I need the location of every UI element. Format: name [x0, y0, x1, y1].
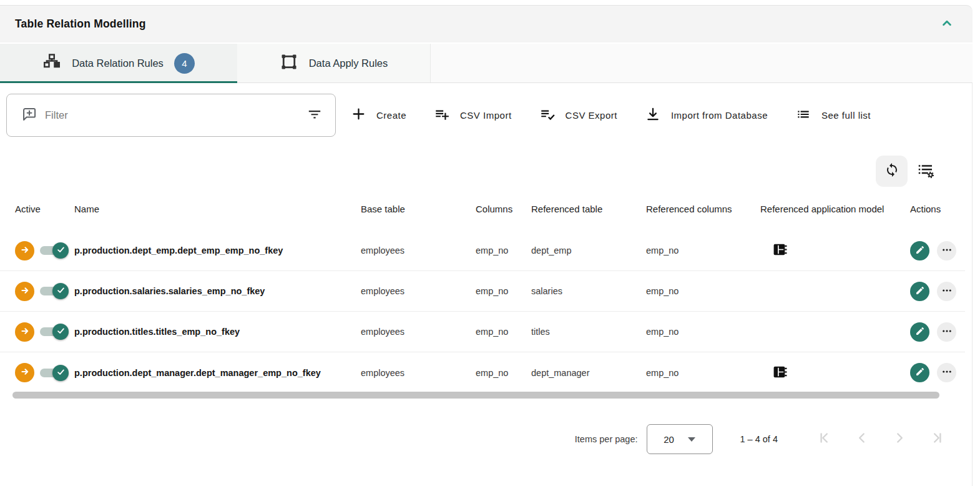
last-page-icon	[929, 430, 945, 449]
referenced-table-cell: dept_emp	[531, 245, 646, 255]
check-icon	[56, 367, 66, 379]
next-page-icon	[891, 430, 908, 449]
playlist-check-icon	[539, 106, 556, 125]
arrow-right-icon	[19, 325, 31, 339]
column-header-referenced-table: Referenced table	[531, 204, 646, 214]
more-actions-button[interactable]	[937, 241, 956, 260]
page-title: Table Relation Modelling	[15, 17, 146, 31]
relation-name: p.production.titles.titles_emp_no_fkey	[74, 327, 361, 337]
referenced-columns-cell: emp_no	[646, 286, 760, 296]
first-page-icon	[816, 430, 833, 449]
arrow-right-icon	[19, 365, 31, 380]
csv-import-button[interactable]: CSV Import	[434, 106, 512, 125]
pencil-icon	[915, 245, 925, 257]
configure-columns-button[interactable]	[914, 161, 937, 183]
tab-bar: Data Relation Rules 4 Data Apply Rules	[0, 44, 973, 83]
horizontal-scrollbar[interactable]	[12, 392, 939, 399]
see-full-list-label: See full list	[821, 110, 871, 121]
column-header-actions: Actions	[910, 204, 965, 214]
page-navigation	[816, 431, 945, 447]
filter-list-icon[interactable]	[306, 106, 323, 125]
create-button[interactable]: Create	[351, 106, 406, 124]
more-actions-button[interactable]	[937, 282, 956, 301]
tab-label: Data Apply Rules	[309, 57, 388, 69]
column-header-referenced-columns: Referenced columns	[646, 204, 760, 214]
next-page-button[interactable]	[891, 431, 908, 447]
active-toggle[interactable]	[40, 365, 69, 381]
open-relation-button[interactable]	[15, 241, 34, 260]
filter-input[interactable]	[45, 109, 306, 121]
prev-page-icon	[854, 430, 870, 449]
previous-page-button[interactable]	[854, 431, 870, 447]
table-grid-icon[interactable]	[772, 364, 788, 380]
items-per-page-select[interactable]: 20	[647, 424, 713, 454]
list-gear-icon	[916, 161, 935, 182]
first-page-button[interactable]	[816, 431, 833, 447]
columns-cell: emp_no	[476, 245, 531, 255]
ellipsis-icon	[941, 285, 953, 298]
csv-import-label: CSV Import	[460, 110, 512, 121]
tab-label: Data Relation Rules	[72, 57, 164, 69]
edit-button[interactable]	[910, 241, 929, 260]
open-relation-button[interactable]	[15, 363, 34, 382]
items-per-page-label: Items per page:	[575, 434, 638, 444]
panel-right-edge	[972, 44, 973, 486]
import-from-database-button[interactable]: Import from Database	[645, 106, 768, 125]
columns-cell: emp_no	[476, 368, 531, 378]
more-actions-button[interactable]	[937, 363, 956, 382]
panel-header: Table Relation Modelling	[0, 5, 973, 42]
add-filter-icon[interactable]	[21, 106, 37, 125]
open-relation-button[interactable]	[15, 282, 34, 301]
edit-button[interactable]	[910, 363, 929, 382]
pencil-icon	[915, 326, 925, 338]
edit-button[interactable]	[910, 322, 929, 342]
arrow-right-icon	[19, 284, 31, 299]
more-actions-button[interactable]	[937, 322, 956, 342]
active-toggle[interactable]	[40, 242, 69, 259]
list-icon	[795, 106, 811, 125]
see-full-list-button[interactable]: See full list	[795, 106, 871, 125]
tab-count-badge: 4	[174, 53, 195, 74]
relation-name: p.production.salaries.salaries_emp_no_fk…	[74, 286, 361, 296]
table-grid-icon[interactable]	[772, 242, 788, 257]
open-relation-button[interactable]	[15, 322, 34, 342]
tab-data-relation-rules[interactable]: Data Relation Rules 4	[0, 44, 237, 82]
check-icon	[56, 285, 66, 297]
filter-field	[6, 94, 336, 137]
table-row: p.production.dept_emp.dept_emp_emp_no_fk…	[0, 231, 965, 271]
ellipsis-icon	[941, 366, 953, 379]
edit-button[interactable]	[910, 282, 929, 301]
column-header-active: Active	[15, 204, 74, 214]
ellipsis-icon	[941, 244, 953, 257]
tab-data-apply-rules[interactable]: Data Apply Rules	[237, 44, 431, 82]
frame-corners-icon	[280, 52, 298, 74]
csv-export-button[interactable]: CSV Export	[539, 106, 617, 125]
paginator: Items per page: 20 1 – 4 of 4	[0, 423, 965, 455]
table-row: p.production.titles.titles_emp_no_fkey e…	[0, 312, 965, 352]
columns-cell: emp_no	[476, 286, 531, 296]
table-row: p.production.dept_manager.dept_manager_e…	[0, 352, 965, 393]
column-header-referenced-application-model: Referenced application model	[760, 204, 910, 214]
referenced-columns-cell: emp_no	[646, 368, 760, 378]
column-header-columns: Columns	[476, 204, 531, 214]
collapse-panel-button[interactable]	[938, 15, 956, 34]
column-header-base-table: Base table	[361, 204, 476, 214]
relation-name: p.production.dept_manager.dept_manager_e…	[74, 368, 361, 378]
relation-name: p.production.dept_emp.dept_emp_emp_no_fk…	[74, 245, 361, 255]
active-toggle[interactable]	[40, 283, 69, 299]
pencil-icon	[915, 367, 925, 379]
playlist-add-icon	[434, 106, 450, 125]
chevron-up-icon	[939, 15, 955, 34]
referenced-table-cell: salaries	[531, 286, 646, 296]
download-icon	[645, 106, 661, 125]
base-table-cell: employees	[361, 245, 476, 255]
last-page-button[interactable]	[929, 431, 945, 447]
referenced-columns-cell: emp_no	[646, 327, 760, 337]
active-toggle[interactable]	[40, 324, 69, 340]
base-table-cell: employees	[361, 327, 476, 337]
sync-icon	[884, 162, 899, 180]
create-label: Create	[376, 110, 406, 121]
table-body: p.production.dept_emp.dept_emp_emp_no_fk…	[0, 231, 965, 393]
refresh-button[interactable]	[876, 156, 908, 187]
page-range-label: 1 – 4 of 4	[740, 434, 778, 444]
